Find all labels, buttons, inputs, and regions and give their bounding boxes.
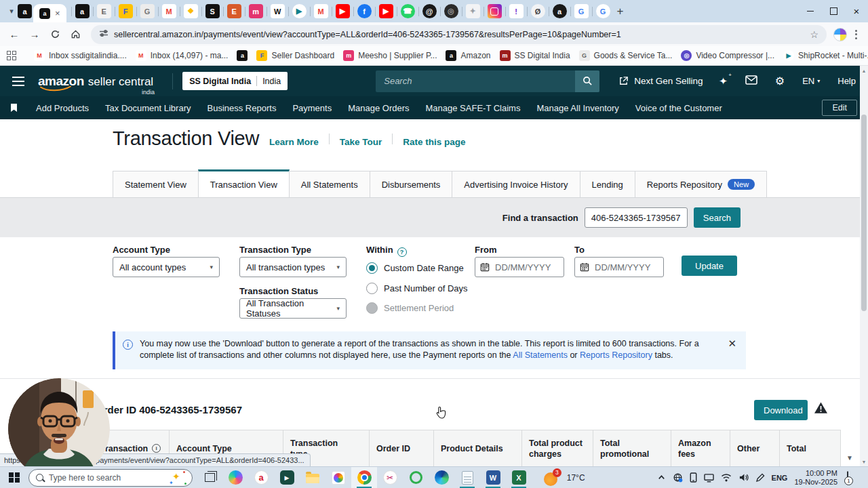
header-search-box[interactable]: Search <box>376 70 599 92</box>
browser-menu-icon[interactable] <box>850 30 863 39</box>
from-date-input[interactable]: DD/MM/YYYY <box>475 257 564 277</box>
radio-circle[interactable] <box>366 302 378 314</box>
learn-more-link[interactable]: Learn More <box>269 137 319 147</box>
nav-item-business-reports[interactable]: Business Reports <box>208 103 277 113</box>
address-bar[interactable]: sellercentral.amazon.in/payments/event/v… <box>91 25 827 44</box>
nav-item-payments[interactable]: Payments <box>292 103 332 113</box>
excel-taskbar-icon[interactable]: X <box>506 467 532 488</box>
tab-reports-repository[interactable]: Reports RepositoryNew <box>635 171 767 198</box>
bookmark-item[interactable]: mSS Digital India <box>500 50 570 61</box>
google-photos-tab-favicon[interactable]: ❖ <box>184 4 198 18</box>
radio-custom-date-range[interactable]: Custom Date Range <box>366 262 464 274</box>
tab-all-statements[interactable]: All Statements <box>289 171 370 198</box>
bookmark-item[interactable]: mMeesho | Supplier P... <box>343 50 437 61</box>
column-header-other[interactable]: Other <box>730 430 780 467</box>
close-window-button[interactable]: × <box>845 0 868 22</box>
google-translate-tab-favicon[interactable]: G <box>574 4 589 18</box>
info-icon[interactable]: i <box>152 444 161 453</box>
bookmark-flag-icon[interactable] <box>11 104 17 112</box>
gmail-tab-favicon[interactable]: M <box>162 4 176 18</box>
scroll-down-icon[interactable]: ▼ <box>860 457 868 466</box>
video-player-taskbar-icon[interactable]: ▶ <box>274 467 300 488</box>
chrome-taskbar-icon[interactable] <box>351 467 377 488</box>
new-tab-button[interactable]: + <box>617 5 624 18</box>
gemini-tab-favicon[interactable]: ✦ <box>466 4 480 18</box>
youtube-tab-favicon[interactable]: ▶ <box>336 4 350 18</box>
update-button[interactable]: Update <box>682 256 737 276</box>
word-taskbar-icon[interactable]: W <box>480 467 506 488</box>
flipkart-tab-favicon[interactable]: F <box>119 4 133 18</box>
column-header-amazon[interactable]: Amazonfees <box>671 430 730 467</box>
language-selector[interactable]: EN ▾ <box>802 76 820 86</box>
dark-app-tab-favicon[interactable]: ◎ <box>444 4 458 18</box>
help-link[interactable]: Help <box>837 76 856 86</box>
task-view-taskbar-icon[interactable] <box>197 467 222 488</box>
youtube-2-tab-favicon[interactable]: ▶ <box>379 4 393 18</box>
home-icon[interactable] <box>66 26 84 43</box>
amazon-seller-central-logo[interactable]: amazon seller central india <box>38 74 153 89</box>
etsy-tab-favicon[interactable]: E <box>227 4 241 18</box>
nav-item-manage-safe-t-claims[interactable]: Manage SAFE-T Claims <box>426 103 521 113</box>
scrollbar-thumb[interactable] <box>861 115 867 311</box>
phone-icon[interactable] <box>690 472 697 483</box>
maximize-button[interactable] <box>822 0 845 22</box>
copilot-taskbar-icon[interactable] <box>222 467 248 488</box>
pen-icon[interactable] <box>755 473 765 483</box>
transaction-type-select[interactable]: All transaction types▾ <box>239 257 347 277</box>
table-scroll-down-icon[interactable]: ▼ <box>846 454 853 462</box>
column-header-order-id[interactable]: Order ID <box>370 430 434 467</box>
meesho-tab-favicon[interactable]: m <box>249 4 263 18</box>
reports-repository-link[interactable]: Reports Repository <box>580 350 652 360</box>
gmail-2-tab-favicon[interactable]: M <box>314 4 328 18</box>
column-header-total[interactable]: Total <box>780 430 841 467</box>
nav-item-voice-of-the-customer[interactable]: Voice of the Customer <box>635 103 722 113</box>
taskbar-search-box[interactable]: Type here to search ✦✦ <box>28 469 193 487</box>
transaction-status-select[interactable]: All Transaction Statuses▾ <box>239 298 347 319</box>
extension-icon[interactable] <box>833 28 847 41</box>
forward-icon[interactable]: → <box>26 26 43 43</box>
bookmark-item[interactable]: GGoods & Service Ta... <box>579 50 673 61</box>
take-tour-link[interactable]: Take Tour <box>340 137 382 147</box>
notifications-icon[interactable]: 1 <box>847 472 861 484</box>
download-button[interactable]: Download <box>754 400 808 420</box>
to-date-input[interactable]: DD/MM/YYYY <box>574 257 664 277</box>
nav-item-manage-orders[interactable]: Manage Orders <box>348 103 409 113</box>
amazon-music-tab-favicon[interactable]: a <box>553 4 567 18</box>
account-switcher[interactable]: SS Digital India India <box>182 72 288 90</box>
ai-sparkle-icon[interactable]: ✦ <box>719 75 728 87</box>
account-type-select[interactable]: All account types▾ <box>113 257 220 277</box>
tab-search-chevron-icon[interactable]: ▾ <box>5 7 18 16</box>
scroll-up-icon[interactable]: ▲ <box>860 66 868 75</box>
notepad-taskbar-icon[interactable] <box>454 467 480 488</box>
minimize-button[interactable] <box>799 0 822 22</box>
whatsapp-tab-favicon[interactable]: ☎ <box>401 4 415 18</box>
warning-icon[interactable] <box>814 401 828 417</box>
radio-circle[interactable] <box>366 262 378 274</box>
radio-circle[interactable] <box>366 283 378 294</box>
next-gen-selling-link[interactable]: Next Gen Selling <box>618 76 703 86</box>
url-text[interactable]: sellercentral.amazon.in/payments/event/v… <box>114 30 804 39</box>
nav-item-add-products[interactable]: Add Products <box>36 103 89 113</box>
google-tab-favicon[interactable]: G <box>596 4 610 18</box>
threads-tab-favicon[interactable]: @ <box>422 4 437 18</box>
site-e-tab-favicon[interactable]: E <box>97 4 111 18</box>
settings-gear-icon[interactable]: ⚙ <box>775 75 785 87</box>
nav-item-manage-all-inventory[interactable]: Manage All Inventory <box>536 103 618 113</box>
messages-icon[interactable] <box>745 75 757 87</box>
radio-past-number-of-days[interactable]: Past Number of Days <box>366 283 468 294</box>
column-header-total[interactable]: Totalpromotional <box>593 430 671 467</box>
radio-settlement-period[interactable]: Settlement Period <box>366 302 454 314</box>
help-question-icon[interactable]: ? <box>397 247 407 257</box>
app-ring-taskbar-icon[interactable] <box>403 467 429 488</box>
tab-advertising-invoice-history[interactable]: Advertising Invoice History <box>452 171 580 198</box>
shiprocket-tab-favicon[interactable]: ▶ <box>292 4 307 18</box>
volume-icon[interactable] <box>738 473 749 482</box>
network-icon[interactable] <box>673 472 683 483</box>
column-header-product-details[interactable]: Product Details <box>434 430 522 467</box>
facebook-tab-favicon[interactable]: f <box>357 4 372 18</box>
header-search-button[interactable] <box>575 70 599 92</box>
find-transaction-input[interactable] <box>585 207 688 228</box>
bookmark-item[interactable]: aAmazon <box>446 50 490 61</box>
incognito-tab-favicon[interactable]: Ø <box>531 4 545 18</box>
language-indicator[interactable]: ENG <box>772 474 788 482</box>
